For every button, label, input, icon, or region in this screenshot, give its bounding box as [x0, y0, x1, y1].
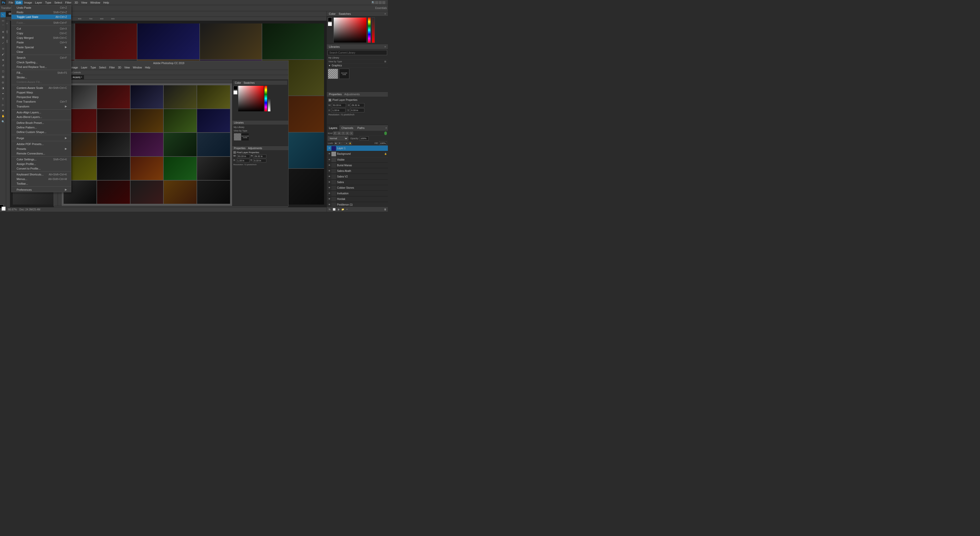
paths-tab[interactable]: Paths — [355, 125, 367, 131]
background-eye[interactable]: 👁 — [328, 153, 331, 156]
layers-tab[interactable]: Layers — [327, 125, 339, 131]
emb-select[interactable]: Select — [98, 66, 108, 69]
layer-cobber[interactable]: 👁 Cobber Stones — [327, 185, 388, 191]
lock-artboard[interactable]: ◈ — [345, 142, 348, 145]
menu-auto-blend[interactable]: Auto-Blend Layers... — [11, 115, 71, 119]
cobber-eye[interactable]: 👁 — [328, 186, 331, 189]
filter-pixel[interactable]: P — [333, 132, 337, 135]
emb-help[interactable]: Help — [144, 66, 152, 69]
pen-tool[interactable]: ✒ — [0, 91, 6, 96]
emb-h-input[interactable] — [253, 154, 266, 158]
sabra-abath-eye[interactable]: 👁 — [328, 170, 331, 173]
menu-paste-special[interactable]: Paste Special ▶ — [11, 45, 71, 49]
lock-transparent[interactable]: ▣ — [334, 142, 337, 145]
menu-view[interactable]: View — [80, 0, 89, 5]
emb-bg-color[interactable] — [233, 91, 237, 94]
emb-color-gradient[interactable] — [238, 86, 264, 111]
layer-new-btn[interactable]: + — [345, 208, 349, 211]
emb-filter[interactable]: Filter — [108, 66, 116, 69]
path-select-tool[interactable]: ▷ — [0, 102, 6, 107]
layer-item-background[interactable]: 👁 Background 🔒 — [327, 151, 388, 157]
emb-view[interactable]: View — [123, 66, 131, 69]
menu-fill[interactable]: Fill... Shift+F5 — [11, 70, 71, 75]
layer-sabra[interactable]: 👁 Sabra — [327, 180, 388, 185]
channels-tab[interactable]: Channels — [339, 125, 355, 131]
menu-redo[interactable]: Redo Shift+Ctrl+Z — [11, 10, 71, 14]
layer-mask-btn[interactable]: ⬜ — [332, 208, 336, 211]
menu-edit[interactable]: Edit — [15, 0, 23, 5]
layer-inviluation[interactable]: 👁 Inviluation — [327, 191, 388, 196]
menu-convert-profile[interactable]: Convert to Profile... — [11, 166, 71, 171]
menu-perspective-warp[interactable]: Perspective Warp — [11, 95, 71, 99]
menu-search[interactable]: Search Ctrl+F — [11, 56, 71, 60]
w-input[interactable] — [332, 103, 346, 107]
opacity-slider[interactable] — [372, 17, 375, 43]
menu-purge[interactable]: Purge ▶ — [11, 135, 71, 140]
menu-copy[interactable]: Copy Ctrl+C — [11, 31, 71, 35]
minimize-btn[interactable] — [375, 1, 378, 4]
menu-paste[interactable]: Paste Ctrl+V — [11, 40, 71, 45]
menu-window[interactable]: Window — [89, 0, 102, 5]
filter-type[interactable]: T — [341, 132, 345, 135]
hordak-eye[interactable]: 👁 — [328, 198, 331, 201]
menu-select[interactable]: Select — [53, 0, 64, 5]
lock-position[interactable]: + — [342, 142, 345, 145]
quick-select-tool[interactable]: ⊛ — [0, 29, 6, 34]
sabra-v2-eye[interactable]: 👁 — [328, 175, 331, 178]
opacity-input[interactable] — [360, 136, 369, 140]
y-input[interactable] — [350, 108, 364, 112]
menu-image[interactable]: Image — [23, 0, 34, 5]
menu-puppet-warp[interactable]: Puppet Warp — [11, 90, 71, 95]
marquee-tool[interactable]: ▭ — [0, 18, 6, 23]
emb-opacity-slider[interactable] — [268, 86, 270, 111]
filter-adj[interactable]: A — [337, 132, 341, 135]
dodge-tool[interactable]: ◑ — [0, 85, 6, 91]
close-btn[interactable] — [382, 1, 385, 4]
layer-fx-btn[interactable]: fx — [328, 208, 331, 211]
hand-tool[interactable]: ✋ — [0, 113, 6, 118]
menu-auto-align[interactable]: Auto-Align Layers... — [11, 110, 71, 115]
emb-window[interactable]: Window — [132, 66, 143, 69]
menu-clear[interactable]: Clear — [11, 49, 71, 54]
fill-input[interactable] — [379, 142, 387, 145]
emb-y-input[interactable] — [253, 159, 266, 162]
filter-toggle[interactable] — [384, 132, 387, 135]
menu-free-transform[interactable]: Free Transform Ctrl+T — [11, 99, 71, 104]
emb-type[interactable]: Type — [89, 66, 97, 69]
move-tool[interactable]: ↖ — [0, 12, 6, 17]
bg-swatch[interactable] — [328, 22, 332, 26]
fg-bg-color-selector[interactable] — [0, 205, 6, 211]
menu-stroke[interactable]: Stroke... — [11, 75, 71, 80]
layer-sabra-abath[interactable]: 👁 Sabra Abath — [327, 168, 388, 174]
clone-tool[interactable]: ⊕ — [0, 57, 6, 62]
graphics-chevron[interactable]: ▼ — [328, 64, 331, 67]
filter-shape[interactable]: S — [345, 132, 349, 135]
lasso-tool[interactable]: ⌒ — [0, 24, 6, 29]
menu-copy-merged[interactable]: Copy Merged Shift+Ctrl+C — [11, 35, 71, 40]
emb-hue-slider[interactable] — [264, 86, 267, 111]
layers-panel-collapse[interactable]: ≡ — [385, 127, 388, 129]
lock-image[interactable]: ⊠ — [338, 142, 341, 145]
blur-tool[interactable]: ◎ — [0, 80, 6, 85]
menu-3d[interactable]: 3D — [73, 0, 80, 5]
visible-eye[interactable]: 👁 — [328, 158, 331, 161]
layer-sabra-v2[interactable]: 👁 Sabra V2 — [327, 174, 388, 180]
menu-define-brush[interactable]: Define Brush Preset... — [11, 121, 71, 125]
search-btn[interactable]: 🔍 — [372, 1, 375, 4]
emb-layer[interactable]: Layer — [80, 66, 89, 69]
inviluation-eye[interactable]: 👁 — [328, 192, 331, 195]
layer1-eye[interactable]: 👁 — [328, 147, 331, 150]
menu-transform[interactable]: Transform ▶ — [11, 104, 71, 109]
x-input[interactable] — [331, 108, 345, 112]
h-input[interactable] — [350, 103, 364, 107]
menu-help[interactable]: Help — [102, 0, 111, 5]
filter-smart[interactable]: V — [350, 132, 353, 135]
color-gradient[interactable] — [334, 17, 367, 43]
eraser-tool[interactable]: ◻ — [0, 68, 6, 73]
library-search-input[interactable] — [328, 50, 387, 55]
emb-thumb-2[interactable]: NUCLEAR OGRE — [242, 133, 249, 140]
brush-tool[interactable]: 🖌 — [0, 52, 6, 57]
menu-assign-profile[interactable]: Assign Profile... — [11, 162, 71, 166]
menu-preferences[interactable]: Preferences ▶ — [11, 187, 71, 192]
emb-fg-color[interactable] — [233, 86, 237, 90]
